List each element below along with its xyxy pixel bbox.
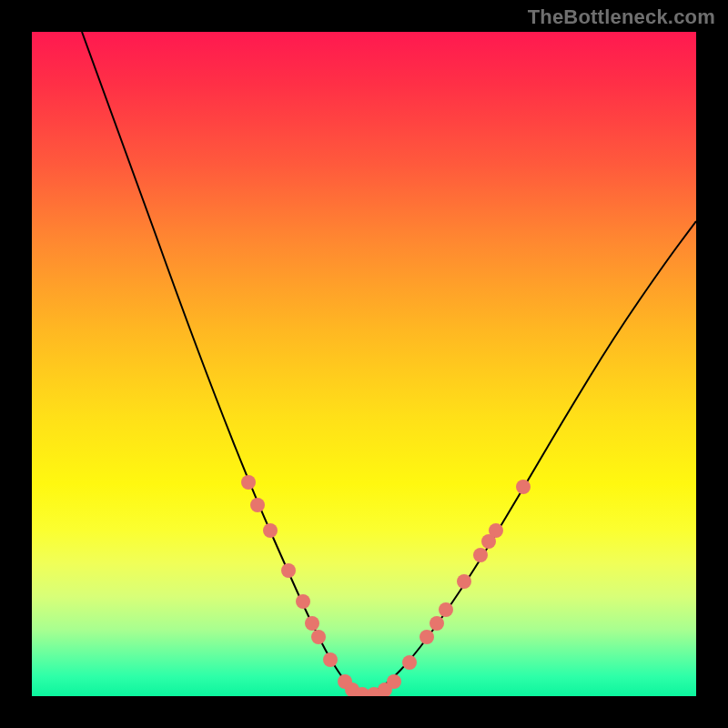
- data-marker: [323, 652, 338, 667]
- plot-area: [32, 32, 696, 696]
- data-marker: [387, 674, 401, 689]
- data-marker: [430, 616, 444, 631]
- chart-svg: [32, 32, 696, 696]
- data-marker: [281, 563, 296, 578]
- data-marker: [457, 574, 471, 589]
- data-marker: [439, 602, 453, 617]
- data-markers: [241, 475, 531, 696]
- data-marker: [296, 594, 310, 609]
- data-marker: [473, 548, 488, 562]
- outer-frame: TheBottleneck.com: [0, 0, 728, 728]
- data-marker: [241, 475, 256, 490]
- data-marker: [402, 655, 417, 670]
- data-marker: [305, 616, 319, 631]
- watermark-text: TheBottleneck.com: [528, 5, 715, 29]
- data-marker: [420, 630, 434, 644]
- left-curve: [82, 32, 361, 696]
- data-marker: [489, 523, 503, 538]
- data-marker: [516, 480, 531, 494]
- data-marker: [250, 498, 265, 512]
- data-marker: [311, 630, 326, 644]
- right-curve: [361, 221, 696, 696]
- data-marker: [263, 523, 278, 538]
